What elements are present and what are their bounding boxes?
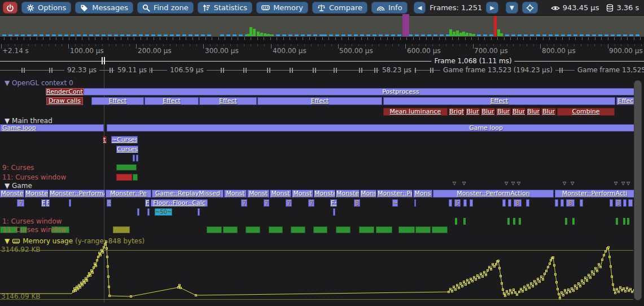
lock-event[interactable] [507,218,510,225]
frame-bar[interactable] [483,34,487,36]
message-marker[interactable]: ▽ [571,181,574,186]
find-zone-button[interactable]: Find zone [137,2,194,14]
frame-bar[interactable] [46,34,50,36]
zone[interactable]: Monster::PerformA [49,190,105,198]
frame-bar[interactable] [542,34,546,36]
collapse-arrow-icon[interactable]: ▼ [5,237,10,245]
frame-bar[interactable] [536,34,540,36]
zone[interactable]: Monste [25,190,49,198]
frame-bar[interactable] [415,34,419,36]
zone[interactable]: Monster::PerformAction [433,190,554,198]
frame-bar[interactable] [40,34,43,36]
main-thread-header[interactable]: ▼ Main thread [5,117,52,125]
frame-bar[interactable] [220,34,224,36]
zone[interactable]: F~ [330,199,337,207]
lock-event[interactable] [463,218,466,225]
memory-button[interactable]: Memory [256,2,308,14]
zone[interactable]: Monst [292,190,313,198]
frame-bar[interactable] [189,34,192,36]
zone[interactable] [414,199,416,207]
zone[interactable]: 7 [308,199,314,207]
lock-event[interactable] [616,218,618,225]
zone[interactable]: Effect [91,97,144,105]
zone[interactable]: ~50~ [155,208,172,216]
frame-bar[interactable] [27,34,31,36]
frame-bar[interactable] [421,34,425,36]
message-marker[interactable]: ▽ [505,181,508,186]
options-button[interactable]: Options [21,2,71,14]
zone[interactable]: 7 [264,199,269,207]
zone[interactable] [526,199,529,207]
zone[interactable] [333,208,335,216]
frame-bar[interactable] [270,34,273,36]
frame-bar[interactable] [409,34,413,36]
zone[interactable]: F [41,199,46,207]
frame-bar[interactable] [151,34,155,36]
frame-bar[interactable] [226,34,230,36]
lock-event[interactable] [623,218,625,225]
zone[interactable]: Combine [557,108,615,116]
frame-bar[interactable] [89,34,93,36]
frame-bar[interactable] [164,34,168,36]
frame-bar[interactable] [95,34,99,36]
collapse-arrow-icon[interactable]: ▼ [5,79,12,87]
frame-bar[interactable] [604,34,608,36]
lock-range[interactable] [116,164,137,171]
vertical-scrollbar-thumb[interactable] [634,80,642,300]
zone[interactable]: 7 [286,199,292,207]
zone[interactable]: Monster::Pe [377,190,413,198]
zone[interactable]: Floor::Floor::Calc [151,199,208,207]
frame-bar[interactable] [239,34,243,36]
lock-range[interactable] [376,226,392,233]
lock-range[interactable] [415,226,431,233]
zone[interactable]: Brigh [449,108,465,116]
frame-bar[interactable] [427,34,431,36]
compare-button[interactable]: Compare [312,2,367,14]
zone[interactable]: Draw calls [46,97,83,105]
zone[interactable]: Monst [247,190,269,198]
message-marker[interactable]: ▽ [627,181,630,186]
frame-bar[interactable] [288,34,292,36]
zone[interactable]: ~ [107,199,111,207]
zone[interactable] [502,199,506,207]
prev-frame-button[interactable]: ◀ [414,2,426,14]
frame-label[interactable]: Frame 1,068 (1.11 ms) [431,57,514,65]
zone[interactable]: Monster::PerformActi [555,190,634,198]
frame-bar[interactable] [77,34,81,36]
message-marker[interactable]: ▽ [453,181,456,186]
collapse-arrow-icon[interactable]: ▼ [5,182,12,190]
frame-bar[interactable] [201,34,205,36]
message-marker[interactable]: ▽ [462,181,466,186]
frame-bar[interactable] [257,32,260,36]
zone[interactable] [508,199,511,207]
zone[interactable] [555,199,558,207]
frame-bar[interactable] [108,34,112,36]
frame-bar[interactable] [323,34,327,36]
frame-bar[interactable] [511,34,515,36]
zone[interactable]: Monst [224,190,247,198]
zone[interactable]: Monst [270,190,291,198]
zone[interactable] [136,155,138,161]
frame-bar[interactable] [469,33,472,36]
frame-bar[interactable] [2,34,6,36]
zone[interactable]: F [46,199,50,207]
frame-bar[interactable] [313,34,317,36]
frame-bar[interactable] [335,34,339,36]
frame-bar[interactable] [21,34,25,36]
zone[interactable]: Blur [496,108,511,116]
zone[interactable]: ~Curses [111,136,138,143]
frame-bar[interactable] [466,33,468,36]
lock-range[interactable] [269,226,283,233]
frame-bar[interactable] [462,32,465,36]
frame-bar[interactable] [33,34,37,36]
zone[interactable]: Monste [0,190,24,198]
zone[interactable] [133,155,135,161]
zone[interactable]: 5 [454,199,461,207]
frame-bar[interactable] [170,34,174,36]
zone[interactable]: 3 [615,199,621,207]
frame-bar[interactable] [145,34,149,36]
frame-bar[interactable] [561,34,565,36]
zone[interactable]: Effect [199,97,257,105]
info-button[interactable]: Info [371,2,408,14]
statistics-button[interactable]: Statistics [198,2,252,14]
